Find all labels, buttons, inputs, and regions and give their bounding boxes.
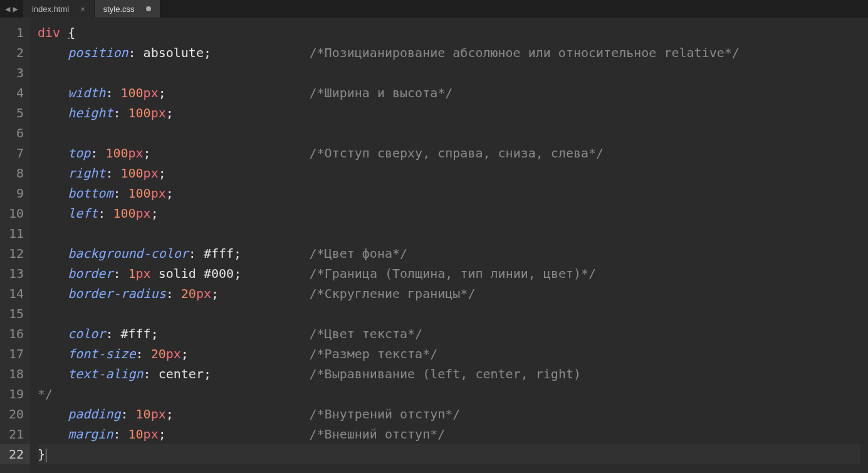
line-number: 16 bbox=[0, 324, 24, 344]
semicolon: ; bbox=[159, 85, 166, 100]
window-top-bar: ◀ ▶ index.html × style.css bbox=[0, 0, 868, 18]
unit: px bbox=[151, 105, 166, 120]
line-number: 14 bbox=[0, 284, 24, 304]
number: 100 bbox=[113, 206, 135, 221]
comment: /*Цвет фона*/ bbox=[310, 246, 408, 261]
unit: px bbox=[166, 346, 181, 361]
unit: px bbox=[136, 206, 151, 221]
semicolon: ; bbox=[166, 186, 174, 201]
semicolon: ; bbox=[204, 366, 211, 381]
semicolon: ; bbox=[211, 286, 219, 301]
line-number: 4 bbox=[0, 83, 24, 103]
unit: px bbox=[151, 407, 166, 422]
line-number: 12 bbox=[0, 243, 24, 263]
tab-label: index.html bbox=[32, 4, 69, 14]
tab-label: style.css bbox=[103, 4, 135, 14]
nav-back-icon[interactable]: ◀ bbox=[5, 4, 10, 14]
css-property: border bbox=[68, 266, 113, 281]
editor: 12345678910111213141516171819202122 div … bbox=[0, 18, 868, 473]
semicolon: ; bbox=[181, 346, 189, 361]
text-cursor bbox=[46, 449, 46, 462]
semicolon: ; bbox=[234, 266, 241, 281]
comment: /*Скругление границы*/ bbox=[310, 286, 476, 301]
number: 100 bbox=[120, 166, 143, 181]
unit: px bbox=[144, 166, 159, 181]
number: 100 bbox=[128, 105, 151, 120]
line-number: 1 bbox=[0, 23, 24, 43]
nav-forward-icon[interactable]: ▶ bbox=[13, 4, 18, 14]
unit: px bbox=[151, 186, 166, 201]
number: 10 bbox=[136, 407, 151, 422]
css-property: border-radius bbox=[68, 286, 166, 301]
semicolon: ; bbox=[144, 146, 151, 161]
colon: : bbox=[105, 85, 113, 100]
comment: /*Отступ сверху, справа, сниза, слева*/ bbox=[310, 146, 604, 161]
line-number: 3 bbox=[0, 63, 24, 83]
number: 20 bbox=[181, 286, 196, 301]
line-number: 18 bbox=[0, 364, 24, 384]
tab-index-html[interactable]: index.html × bbox=[23, 0, 95, 18]
brace-open: { bbox=[68, 25, 75, 40]
nav-arrows: ◀ ▶ bbox=[0, 0, 23, 18]
comment: /*Выравнивание (left, center, right) bbox=[310, 366, 581, 381]
colon: : bbox=[113, 105, 120, 120]
css-property: width bbox=[68, 85, 105, 100]
colon: : bbox=[144, 366, 151, 381]
keyword: solid bbox=[159, 266, 196, 281]
hex-color: #000 bbox=[204, 266, 234, 281]
semicolon: ; bbox=[159, 427, 166, 442]
unit: px bbox=[136, 266, 151, 281]
close-icon[interactable]: × bbox=[80, 4, 85, 14]
colon: : bbox=[166, 286, 174, 301]
semicolon: ; bbox=[151, 326, 159, 341]
css-property: font-size bbox=[68, 346, 135, 361]
comment: /*Размер текста*/ bbox=[310, 346, 438, 361]
comment: /*Ширина и высота*/ bbox=[310, 85, 453, 100]
line-number: 7 bbox=[0, 143, 24, 163]
semicolon: ; bbox=[159, 166, 166, 181]
css-property: padding bbox=[68, 407, 120, 422]
value: center bbox=[159, 366, 204, 381]
value: #fff bbox=[204, 246, 234, 261]
comment: /*Позицианирование абсолюное или относит… bbox=[310, 45, 740, 60]
colon: : bbox=[90, 146, 98, 161]
line-number: 2 bbox=[0, 43, 24, 63]
comment: /*Внутрений отступ*/ bbox=[310, 407, 461, 422]
css-property: text-align bbox=[68, 366, 143, 381]
colon: : bbox=[113, 186, 120, 201]
css-property: position bbox=[68, 45, 128, 60]
css-property: color bbox=[68, 326, 105, 341]
line-number: 6 bbox=[0, 123, 24, 143]
unit: px bbox=[144, 85, 159, 100]
css-property: left bbox=[68, 206, 98, 221]
semicolon: ; bbox=[234, 246, 241, 261]
line-number: 11 bbox=[0, 223, 24, 243]
colon: : bbox=[113, 266, 120, 281]
colon: : bbox=[105, 326, 113, 341]
comment: /*Граница (Толщина, тип линии, цвет)*/ bbox=[310, 266, 597, 281]
number: 20 bbox=[151, 346, 166, 361]
comment: /*Внешний отступ*/ bbox=[310, 427, 446, 442]
css-property: right bbox=[68, 166, 105, 181]
unit: px bbox=[196, 286, 211, 301]
semicolon: ; bbox=[166, 407, 174, 422]
css-property: margin bbox=[68, 427, 113, 442]
line-number: 19 bbox=[0, 384, 24, 404]
unit: px bbox=[144, 427, 159, 442]
css-property: top bbox=[68, 146, 90, 161]
number: 100 bbox=[105, 146, 128, 161]
colon: : bbox=[189, 246, 196, 261]
css-property: height bbox=[68, 105, 113, 120]
tab-bar: index.html × style.css bbox=[23, 0, 160, 18]
tab-style-css[interactable]: style.css bbox=[95, 0, 160, 18]
unit: px bbox=[128, 146, 144, 161]
brace-close: } bbox=[38, 447, 45, 462]
semicolon: ; bbox=[166, 105, 174, 120]
line-number: 15 bbox=[0, 304, 24, 324]
line-number-gutter: 12345678910111213141516171819202122 bbox=[0, 18, 30, 473]
semicolon: ; bbox=[151, 206, 159, 221]
dirty-dot-icon bbox=[146, 6, 151, 11]
colon: : bbox=[105, 166, 113, 181]
comment: */ bbox=[38, 386, 53, 401]
code-area[interactable]: div { position: absolute; /*Позицианиров… bbox=[30, 18, 868, 473]
